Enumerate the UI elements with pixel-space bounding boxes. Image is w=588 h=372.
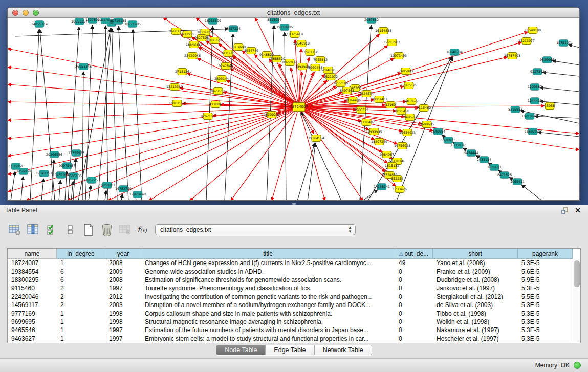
graph-node[interactable]: 8454749	[244, 48, 258, 54]
table-row[interactable]: 977716911998Corpus callosum shape and si…	[8, 309, 580, 317]
graph-node[interactable]: 10671985	[124, 21, 141, 28]
graph-node[interactable]: 8990448	[308, 64, 322, 71]
table-row[interactable]: 946362711997Embryonic stem cells: a mode…	[8, 335, 580, 343]
float-panel-icon[interactable]	[561, 207, 569, 214]
select-column-icon[interactable]	[26, 223, 41, 236]
tab-node-table[interactable]: Node Table	[216, 345, 266, 355]
graph-node[interactable]: 19737493	[504, 53, 520, 59]
tab-network-table[interactable]: Network Table	[315, 345, 372, 355]
graph-node[interactable]: 1733426	[393, 186, 407, 193]
graph-node[interactable]: 10973493	[390, 53, 407, 59]
graph-node[interactable]: 12923448	[129, 191, 146, 198]
graph-node[interactable]: 1640954	[431, 128, 445, 135]
graph-node[interactable]: 9242848	[219, 63, 233, 70]
graph-node[interactable]: 2367608	[231, 44, 246, 51]
table-row[interactable]: 1830029562008Estimation of significance …	[8, 276, 580, 284]
memory-ok-indicator[interactable]	[574, 362, 581, 369]
graph-node[interactable]: 7955812	[313, 57, 328, 63]
graph-node[interactable]: 18300295	[264, 112, 280, 118]
graph-node[interactable]: 9227342	[530, 69, 545, 75]
graph-node[interactable]: 16154838	[375, 28, 391, 34]
table-row[interactable]: 2242004622012Investigating the contribut…	[8, 293, 580, 301]
graph-node[interactable]: 2087682	[364, 18, 379, 24]
graph-node[interactable]: 2803144	[214, 76, 229, 82]
graph-node[interactable]: 24055714	[31, 21, 48, 28]
graph-node[interactable]: 16648784	[446, 49, 463, 56]
graph-node[interactable]: 12975125	[401, 82, 417, 89]
graph-node[interactable]: 417004	[209, 101, 222, 108]
graph-node[interactable]: 19495768	[402, 114, 418, 121]
vertical-scrollbar-thumb[interactable]	[574, 260, 580, 287]
graph-node[interactable]: 1362615	[295, 63, 310, 70]
column-header-year[interactable]: year	[105, 249, 141, 259]
graph-node[interactable]: 16782759	[115, 186, 132, 192]
graph-node[interactable]: 26053346	[75, 63, 92, 70]
graph-node[interactable]: 8267110	[201, 113, 215, 120]
select-all-checks-icon[interactable]	[44, 223, 59, 236]
graph-node[interactable]: 10688639	[366, 128, 382, 135]
graph-node[interactable]: 1065411	[510, 179, 525, 185]
graph-node[interactable]: 18724007	[290, 103, 308, 112]
graph-node[interactable]: 15720407	[358, 119, 375, 126]
table-row[interactable]: 1872400712008Changes of HCN gene express…	[8, 259, 580, 267]
graph-node[interactable]: 20206536	[46, 151, 62, 158]
column-header-out_de[interactable]: △out_de...	[395, 249, 433, 259]
graph-node[interactable]: 2718126	[175, 69, 189, 75]
graph-node[interactable]: 16958107	[99, 182, 115, 189]
network-canvas[interactable]: 2405571420691406106532571527602846616210…	[8, 18, 579, 200]
graph-node[interactable]: 16210643	[521, 113, 538, 120]
graph-node[interactable]: 9115460	[417, 105, 431, 112]
graph-node[interactable]: 14136141	[374, 184, 390, 190]
graph-node[interactable]: 19756928	[394, 143, 410, 149]
graph-node[interactable]: 12342757	[36, 170, 52, 177]
network-view-window[interactable]: citations_edges.txt 24055714206914061065…	[7, 7, 580, 201]
column-header-pagerank[interactable]: pagerank	[518, 249, 573, 259]
graph-node[interactable]: 15958	[545, 103, 555, 110]
row-height-icon[interactable]	[62, 223, 78, 236]
graph-node[interactable]: 6179197	[451, 142, 466, 149]
graph-node[interactable]: 16033809	[205, 18, 221, 25]
table-row[interactable]: 1938455462009Genome-wide association stu…	[8, 267, 580, 275]
graph-node[interactable]: 10025458	[393, 108, 409, 115]
graph-node[interactable]: 9329966	[540, 57, 554, 63]
column-header-title[interactable]: title	[141, 249, 395, 259]
close-panel-icon[interactable]: ✕	[575, 207, 581, 214]
graph-node[interactable]: 8912955	[180, 31, 194, 38]
graph-node[interactable]: 19654923	[399, 129, 416, 136]
graph-node[interactable]: 9699695	[420, 121, 434, 128]
function-builder-icon[interactable]: f(x)	[137, 225, 147, 234]
graph-node[interactable]: 90975487	[59, 163, 75, 169]
graph-node[interactable]: 17957253	[83, 177, 100, 184]
graph-node[interactable]: 9463627	[404, 98, 419, 105]
graph-node[interactable]: 18325419	[287, 31, 303, 38]
network-graph-canvas[interactable]: 2405571420691406106532571527602846616210…	[8, 18, 579, 200]
network-window-titlebar[interactable]: citations_edges.txt	[8, 8, 579, 18]
column-header-name[interactable]: name	[8, 249, 57, 259]
graph-node[interactable]: 13505135	[66, 173, 82, 180]
graph-node[interactable]: 10807487	[371, 96, 387, 103]
graph-node[interactable]: 7632621	[487, 164, 502, 171]
graph-node[interactable]: 2933114	[477, 157, 491, 163]
graph-node[interactable]: 16543382	[186, 41, 202, 48]
graph-node[interactable]: 1156869	[16, 168, 31, 175]
graph-node[interactable]: 7857224	[226, 26, 241, 32]
graph-node[interactable]: 9777169	[334, 80, 348, 87]
table-row[interactable]: 911546021997Tourette syndrome. Phenomeno…	[8, 284, 580, 292]
graph-node[interactable]: 1624534	[359, 91, 374, 97]
new-table-icon[interactable]	[81, 223, 96, 236]
graph-node[interactable]: 1209387	[528, 84, 542, 91]
graph-node[interactable]: 1575107	[556, 40, 571, 47]
graph-node[interactable]: 9084067	[380, 151, 394, 158]
graph-node[interactable]: 252254	[391, 176, 403, 182]
column-header-in_degree[interactable]: in_degree	[57, 249, 105, 259]
graph-node[interactable]: 17359928	[68, 150, 84, 157]
graph-node[interactable]: 8186328	[207, 37, 222, 44]
table-settings-icon[interactable]	[7, 223, 23, 236]
tab-edge-table[interactable]: Edge Table	[266, 345, 314, 355]
table-row[interactable]: 946554611997Estimation of the future num…	[8, 326, 580, 334]
table-row[interactable]: 1456911722003Disruption of a novel membe…	[8, 301, 580, 309]
delete-rows-trash-icon[interactable]	[99, 223, 115, 236]
graph-node[interactable]: 19218986	[276, 24, 293, 31]
graph-node[interactable]: 15692031	[525, 128, 541, 135]
graph-node[interactable]: 6794028	[321, 67, 335, 74]
